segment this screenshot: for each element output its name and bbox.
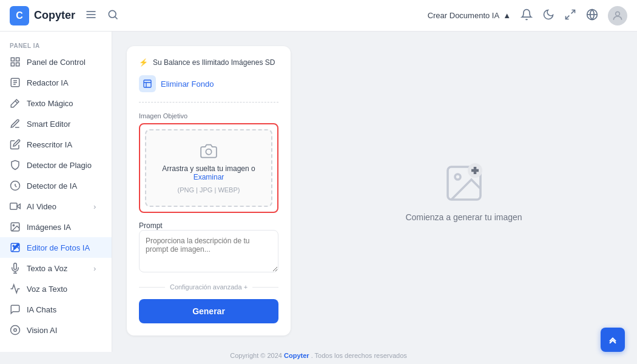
sidebar-item-panel-control[interactable]: Panel de Control xyxy=(0,52,112,72)
svg-line-5 xyxy=(571,10,575,13)
editor-card: ⚡ Su Balance es Ilimitado Imágenes SD El… xyxy=(127,46,291,335)
sidebar-label: Detector de Plagio xyxy=(27,161,92,170)
sidebar-item-texto-a-voz[interactable]: Texto a Voz › xyxy=(0,258,112,278)
crear-label: Crear Documento IA xyxy=(428,11,500,20)
crear-documento-button[interactable]: Crear Documento IA ▲ xyxy=(428,11,511,20)
logo[interactable]: C Copyter xyxy=(10,6,75,25)
chevron-up-icon xyxy=(607,334,619,346)
sidebar-item-voz-a-texto[interactable]: Voz a Texto xyxy=(0,278,112,299)
user-avatar[interactable] xyxy=(608,6,627,25)
sidebar-item-reescritor-ia[interactable]: Reescritor IA xyxy=(0,134,112,155)
nav-icons-left xyxy=(85,8,119,23)
upload-outer-box: Arrastra y suelta tu imagen o Examinar (… xyxy=(139,123,278,213)
chevron-up-icon: ▲ xyxy=(503,11,511,20)
copyright-row: Copyright © 2024 Copyter . Todos los der… xyxy=(0,352,637,364)
prompt-textarea[interactable] xyxy=(139,230,278,272)
svg-point-21 xyxy=(13,245,14,246)
svg-point-24 xyxy=(11,326,20,335)
sidebar: PANEL IA Panel de Control Redactor IA Te… xyxy=(0,32,112,352)
chevron-right-icon-2: › xyxy=(93,264,102,272)
topnav-right: Crear Documento IA ▲ xyxy=(428,6,627,25)
sidebar-item-redactor-ia[interactable]: Redactor IA xyxy=(0,72,112,93)
svg-rect-12 xyxy=(11,63,14,66)
sidebar-item-detector-plagio[interactable]: Detector de Plagio xyxy=(0,155,112,175)
globe-icon[interactable] xyxy=(586,8,598,23)
detector-ia-icon xyxy=(10,180,21,191)
footer-brand-link[interactable]: Copyter xyxy=(284,352,309,359)
chevron-right-icon: › xyxy=(93,202,102,211)
shield-icon xyxy=(10,160,21,170)
moon-icon[interactable] xyxy=(542,8,554,23)
tts-icon xyxy=(10,263,21,274)
footer-rights: . Todos los derechos reservados xyxy=(311,352,407,359)
photo-edit-icon xyxy=(10,242,21,253)
tool-item-eliminar-fondo[interactable]: Eliminar Fondo xyxy=(139,75,278,92)
logo-box: C xyxy=(10,6,29,25)
bell-icon[interactable] xyxy=(521,8,533,23)
svg-marker-16 xyxy=(17,204,20,209)
smart-editor-icon xyxy=(10,118,21,129)
svg-rect-13 xyxy=(16,63,19,66)
svg-rect-11 xyxy=(16,58,19,61)
preview-text: Comienza a generar tu imagen xyxy=(405,212,522,222)
vtt-icon xyxy=(10,283,21,294)
scroll-top-button[interactable] xyxy=(601,328,625,352)
right-panel: Comienza a generar tu imagen xyxy=(305,46,622,337)
svg-line-4 xyxy=(115,16,118,19)
imagen-objetivo-label: Imagen Objetivo xyxy=(139,112,278,120)
balance-banner: ⚡ Su Balance es Ilimitado Imágenes SD xyxy=(139,58,278,67)
sidebar-label: Texto Mágico xyxy=(27,99,73,108)
reescritor-icon xyxy=(10,139,21,150)
sidebar-label: AI Video xyxy=(27,202,56,211)
sidebar-label: Texto a Voz xyxy=(27,264,67,273)
generar-button[interactable]: Generar xyxy=(139,299,278,323)
bolt-icon: ⚡ xyxy=(139,58,148,67)
imagen-objetivo-section: Imagen Objetivo Arrastra y suelta tu ima… xyxy=(139,112,278,213)
image-icon xyxy=(10,221,21,232)
sidebar-item-ia-chats[interactable]: IA Chats xyxy=(0,299,112,320)
magic-icon xyxy=(10,98,21,109)
sidebar-section-label: PANEL IA xyxy=(0,36,112,52)
upload-formats: (PNG | JPG | WEBP) xyxy=(178,186,240,194)
divider xyxy=(139,102,278,103)
sidebar-item-ai-video[interactable]: AI Video › xyxy=(0,196,112,217)
svg-rect-26 xyxy=(144,80,151,87)
logo-letter: C xyxy=(16,10,23,21)
layout: PANEL IA Panel de Control Redactor IA Te… xyxy=(0,32,637,352)
sidebar-item-smart-editor[interactable]: Smart Editor xyxy=(0,113,112,134)
svg-point-27 xyxy=(206,149,211,155)
config-line-left xyxy=(139,287,165,288)
svg-rect-17 xyxy=(10,203,17,210)
vision-icon xyxy=(10,325,21,335)
sidebar-item-editor-fotos-ia[interactable]: Editor de Fotos IA xyxy=(0,237,112,258)
sidebar-item-detector-ia[interactable]: Detector de IA xyxy=(0,175,112,196)
chat-icon xyxy=(10,304,21,315)
grid-icon xyxy=(10,56,21,67)
sidebar-label: IA Chats xyxy=(27,305,56,314)
svg-line-6 xyxy=(566,15,570,19)
svg-point-25 xyxy=(14,329,17,332)
sidebar-label: Editor de Fotos IA xyxy=(27,243,90,252)
config-avanzada-row[interactable]: Configuración avanzada + xyxy=(139,283,278,291)
hamburger-icon[interactable] xyxy=(85,8,97,23)
tool-label: Eliminar Fondo xyxy=(161,79,214,89)
search-icon[interactable] xyxy=(107,8,119,23)
fullscreen-icon[interactable] xyxy=(564,8,576,23)
upload-dropzone[interactable]: Arrastra y suelta tu imagen o Examinar (… xyxy=(145,129,272,207)
sidebar-item-vision-ai[interactable]: Vision AI xyxy=(0,320,112,340)
sidebar-label: Redactor IA xyxy=(27,78,69,87)
sidebar-item-imagenes-ia[interactable]: Imágenes IA xyxy=(0,217,112,237)
config-line-right xyxy=(252,287,278,288)
svg-point-3 xyxy=(109,10,116,18)
sidebar-item-texto-magico[interactable]: Texto Mágico xyxy=(0,93,112,113)
sidebar-label: Detector de IA xyxy=(27,181,77,190)
sidebar-label: Vision AI xyxy=(27,326,57,335)
sidebar-label: Smart Editor xyxy=(27,120,70,129)
redactor-icon xyxy=(10,77,21,88)
balance-text: Su Balance es Ilimitado Imágenes SD xyxy=(153,58,275,67)
upload-link[interactable]: Examinar xyxy=(194,173,224,181)
sidebar-label: Voz a Texto xyxy=(27,285,67,294)
upload-text: Arrastra y suelta tu imagen o Examinar xyxy=(158,164,259,181)
copyright-text: Copyright © 2024 xyxy=(230,352,282,359)
prompt-label: Prompt xyxy=(139,221,278,230)
